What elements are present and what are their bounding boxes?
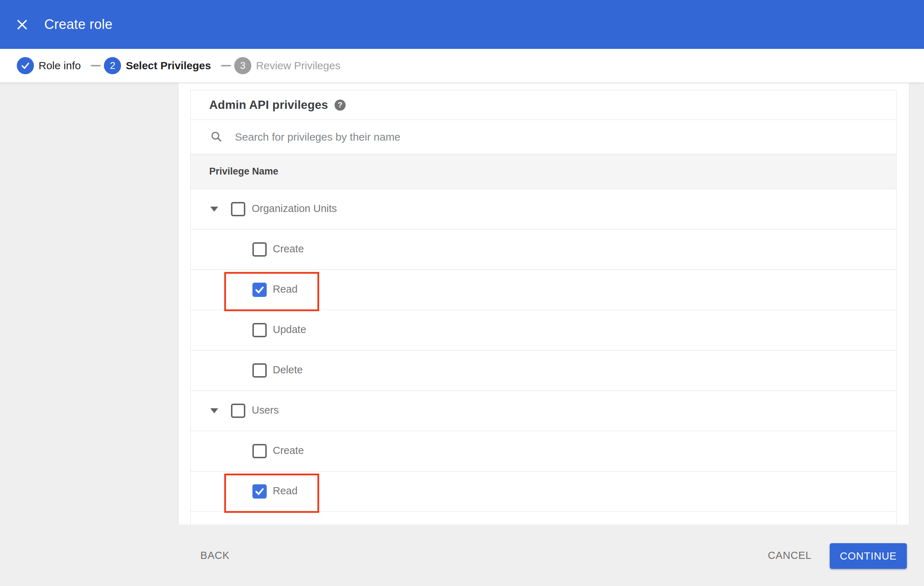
help-icon[interactable]: ?: [335, 100, 346, 110]
table-header-row: Privilege Name: [191, 154, 896, 189]
privilege-group-row: Users: [191, 391, 896, 431]
privilege-label: Organization Units: [252, 203, 337, 214]
privilege-label: Read: [273, 485, 297, 497]
step-1-label: Role info: [38, 59, 81, 72]
privilege-label: Create: [273, 243, 304, 255]
clipped-row: [191, 512, 896, 525]
continue-button[interactable]: CONTINUE: [830, 543, 907, 569]
stepper: Role info 2 Select Privileges 3 Review P…: [0, 49, 924, 83]
collapse-caret-icon[interactable]: [210, 408, 218, 413]
privilege-label: Create: [273, 444, 304, 456]
section-title: Admin API privileges: [209, 98, 328, 112]
privilege-row: Create: [191, 229, 896, 270]
step-connector: [221, 65, 231, 66]
privilege-label: Update: [273, 324, 306, 336]
section-header: Admin API privileges ?: [191, 90, 896, 120]
highlight-box: [224, 272, 319, 311]
privilege-row: Read: [191, 270, 896, 310]
privilege-label: Users: [252, 404, 279, 416]
check-icon: [20, 61, 30, 71]
step-2-circle[interactable]: 2: [104, 57, 121, 74]
cancel-button[interactable]: CANCEL: [768, 525, 812, 586]
privilege-checkbox[interactable]: [252, 444, 267, 458]
check-icon: [254, 284, 265, 296]
search-icon: [210, 131, 223, 143]
privilege-row: Create: [191, 431, 896, 471]
privilege-rows: Organization Units Create Read Update: [191, 189, 896, 512]
privilege-checkbox[interactable]: [252, 283, 267, 297]
content-background: Admin API privileges ? Privilege Name Or…: [0, 83, 924, 586]
privilege-row: Update: [191, 310, 896, 351]
privilege-checkbox[interactable]: [252, 484, 267, 499]
privilege-row: Delete: [191, 351, 896, 391]
step-3-label: Review Privileges: [256, 59, 341, 72]
back-button[interactable]: BACK: [200, 525, 229, 586]
privilege-label: Read: [273, 283, 297, 295]
privileges-card: Admin API privileges ? Privilege Name Or…: [178, 83, 909, 525]
step-3-circle[interactable]: 3: [234, 57, 251, 74]
privilege-checkbox[interactable]: [231, 403, 245, 418]
step-connector: [91, 65, 101, 66]
footer-bar: BACK CANCEL CONTINUE: [0, 525, 924, 586]
privilege-group-row: Organization Units: [191, 189, 896, 229]
step-1-circle[interactable]: [17, 57, 34, 74]
appbar: Create role: [0, 0, 924, 49]
check-icon: [254, 486, 265, 497]
search-row: [191, 120, 896, 154]
privileges-table: Admin API privileges ? Privilege Name Or…: [190, 90, 896, 525]
collapse-caret-icon[interactable]: [210, 207, 218, 212]
privilege-checkbox[interactable]: [252, 323, 267, 337]
search-input[interactable]: [234, 131, 841, 143]
dialog-title: Create role: [44, 17, 112, 32]
privilege-checkbox[interactable]: [231, 202, 245, 216]
privilege-label: Delete: [273, 364, 303, 376]
privilege-checkbox[interactable]: [252, 242, 267, 257]
column-header: Privilege Name: [209, 166, 279, 177]
privilege-checkbox[interactable]: [252, 363, 267, 378]
close-icon[interactable]: [16, 18, 28, 31]
highlight-box: [224, 474, 319, 513]
step-2-label: Select Privileges: [126, 59, 211, 72]
privilege-row: Read: [191, 471, 896, 512]
